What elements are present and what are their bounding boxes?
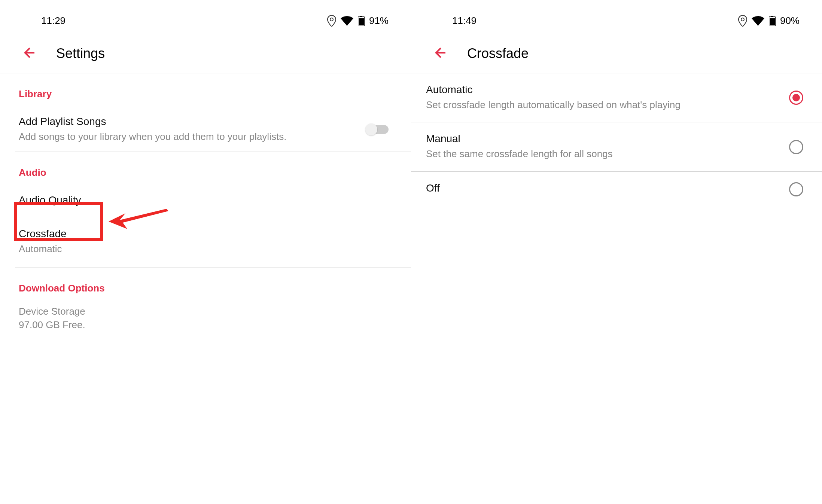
battery-icon [769, 16, 776, 26]
section-header-audio: Audio [0, 152, 411, 186]
battery-percent: 91% [369, 15, 389, 27]
svg-rect-4 [771, 16, 773, 17]
back-arrow-icon [433, 45, 448, 60]
setting-title: Add Playlist Songs [19, 116, 366, 128]
setting-audio-quality[interactable]: Audio Quality [0, 186, 411, 217]
status-time: 11:49 [452, 15, 477, 27]
svg-rect-5 [770, 18, 775, 25]
back-button[interactable] [433, 45, 448, 62]
setting-subtitle: Add songs to your library when you add t… [19, 130, 366, 143]
status-indicators: 90% [738, 15, 800, 27]
radio-button-automatic[interactable] [789, 91, 803, 105]
settings-screen: 11:29 91% Settings Library Add Playlist … [0, 0, 411, 504]
wifi-icon [752, 16, 764, 26]
page-title: Crossfade [467, 46, 529, 61]
svg-rect-1 [360, 16, 362, 17]
setting-title: Crossfade [19, 228, 392, 240]
wifi-icon [341, 16, 353, 26]
section-header-library: Library [0, 73, 411, 107]
location-icon [738, 15, 747, 27]
radio-button-off[interactable] [789, 182, 803, 196]
page-title: Settings [56, 46, 105, 61]
crossfade-screen: 11:49 90% Crossfade Automatic Set crossf… [411, 0, 822, 504]
app-bar-crossfade: Crossfade [411, 38, 822, 73]
status-indicators: 91% [327, 15, 389, 27]
battery-icon [358, 16, 365, 26]
radio-subtitle: Set the same crossfade length for all so… [426, 147, 778, 161]
setting-device-storage[interactable]: Device Storage 97.00 GB Free. [0, 302, 411, 340]
radio-title: Automatic [426, 84, 778, 96]
divider [411, 207, 822, 207]
status-bar-left: 11:29 91% [0, 0, 411, 38]
setting-title: Audio Quality [19, 194, 392, 206]
radio-title: Off [426, 182, 778, 194]
status-time: 11:29 [41, 15, 66, 27]
app-bar-settings: Settings [0, 38, 411, 73]
toggle-knob [365, 123, 377, 135]
storage-free: 97.00 GB Free. [19, 318, 392, 332]
svg-rect-2 [359, 18, 364, 25]
setting-add-playlist-songs[interactable]: Add Playlist Songs Add songs to your lib… [0, 107, 411, 152]
crossfade-option-automatic[interactable]: Automatic Set crossfade length automatic… [411, 73, 822, 122]
section-header-download: Download Options [0, 268, 411, 302]
radio-button-manual[interactable] [789, 140, 803, 154]
toggle-add-playlist[interactable] [366, 125, 389, 134]
radio-title: Manual [426, 133, 778, 145]
storage-title: Device Storage [19, 305, 392, 318]
battery-percent: 90% [780, 15, 800, 27]
status-bar-right: 11:49 90% [411, 0, 822, 38]
back-arrow-icon [22, 45, 37, 60]
back-button[interactable] [22, 45, 37, 62]
radio-subtitle: Set crossfade length automatically based… [426, 98, 778, 112]
location-icon [327, 15, 336, 27]
crossfade-option-manual[interactable]: Manual Set the same crossfade length for… [411, 122, 822, 171]
setting-crossfade[interactable]: Crossfade Automatic [0, 217, 411, 267]
crossfade-option-off[interactable]: Off [411, 172, 822, 207]
setting-subtitle: Automatic [19, 242, 392, 256]
